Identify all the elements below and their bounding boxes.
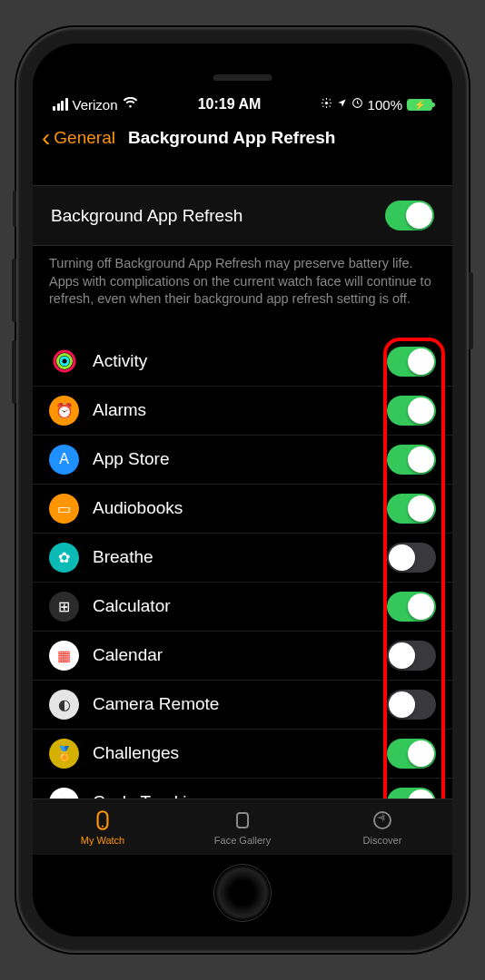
app-store-icon: A <box>49 445 79 475</box>
tab-discover[interactable]: Discover <box>312 799 452 855</box>
app-toggle-cycle-tracking[interactable] <box>387 788 436 799</box>
app-toggle-breathe[interactable] <box>387 543 436 573</box>
cycle-tracking-icon: ◌ <box>49 788 79 799</box>
nav-bar: ‹ General Background App Refresh <box>33 118 452 163</box>
app-label: Breathe <box>93 547 373 567</box>
app-label: Calendar <box>93 645 373 665</box>
carrier-label: Verizon <box>73 97 118 113</box>
tab-label: Discover <box>363 835 402 846</box>
app-toggle-alarms[interactable] <box>387 396 436 426</box>
calendar-icon: ▦ <box>49 641 79 671</box>
app-toggle-audiobooks[interactable] <box>387 494 436 524</box>
tab-my-watch[interactable]: My Watch <box>33 799 173 855</box>
app-row-alarms: ⏰Alarms <box>33 387 452 436</box>
app-label: Camera Remote <box>93 694 373 714</box>
status-icons <box>321 97 362 112</box>
app-row-audiobooks: ▭Audiobooks <box>33 485 452 534</box>
home-button[interactable] <box>213 864 272 922</box>
app-label: Challenges <box>93 743 373 763</box>
app-toggle-app-store[interactable] <box>387 445 436 475</box>
signal-icon <box>53 98 68 111</box>
tab-label: Face Gallery <box>214 835 271 846</box>
app-row-cycle-tracking: ◌Cycle Tracking <box>33 779 452 799</box>
svg-point-0 <box>325 102 328 104</box>
app-toggle-camera-remote[interactable] <box>387 690 436 720</box>
app-label: Audiobooks <box>93 498 373 518</box>
master-toggle[interactable] <box>385 201 434 230</box>
page-title: Background App Refresh <box>128 128 335 148</box>
alarms-icon: ⏰ <box>49 396 79 426</box>
app-label: Cycle Tracking <box>93 792 373 799</box>
battery-icon: ⚡ <box>407 99 432 111</box>
activity-icon <box>49 347 79 377</box>
tab-face-gallery[interactable]: Face Gallery <box>173 799 312 855</box>
app-toggle-calendar[interactable] <box>387 641 436 671</box>
tab-icon <box>91 808 114 832</box>
app-row-breathe: ✿Breathe <box>33 534 452 583</box>
app-row-activity: Activity <box>33 338 452 387</box>
app-label: Activity <box>93 351 373 371</box>
camera-remote-icon: ◐ <box>49 690 79 720</box>
svg-point-4 <box>61 358 68 365</box>
app-label: Calculator <box>93 596 373 616</box>
calculator-icon: ⊞ <box>49 592 79 622</box>
challenges-icon: 🏅 <box>49 739 79 769</box>
phone-frame: Verizon 10:19 AM 100% ⚡ ‹ <box>16 27 469 953</box>
app-toggle-calculator[interactable] <box>387 592 436 622</box>
app-toggle-challenges[interactable] <box>387 739 436 769</box>
back-chevron-icon[interactable]: ‹ <box>42 125 50 151</box>
app-row-camera-remote: ◐Camera Remote <box>33 681 452 730</box>
app-row-calculator: ⊞Calculator <box>33 583 452 632</box>
app-row-challenges: 🏅Challenges <box>33 730 452 779</box>
app-label: Alarms <box>93 400 373 420</box>
svg-point-6 <box>102 825 104 827</box>
tab-label: My Watch <box>81 835 125 846</box>
battery-pct-label: 100% <box>368 97 402 113</box>
app-row-calendar: ▦Calendar <box>33 632 452 681</box>
status-bar: Verizon 10:19 AM 100% ⚡ <box>33 44 452 118</box>
master-toggle-label: Background App Refresh <box>51 206 242 226</box>
description-text: Turning off Background App Refresh may p… <box>33 246 452 316</box>
screen: Verizon 10:19 AM 100% ⚡ ‹ <box>33 44 452 936</box>
content-scroll[interactable]: Background App Refresh Turning off Backg… <box>33 163 452 799</box>
audiobooks-icon: ▭ <box>49 494 79 524</box>
tab-icon <box>232 808 253 832</box>
clock-label: 10:19 AM <box>198 96 262 113</box>
apps-list: Activity⏰AlarmsAApp Store▭Audiobooks✿Bre… <box>33 338 452 799</box>
back-button[interactable]: General <box>54 128 115 148</box>
breathe-icon: ✿ <box>49 543 79 573</box>
tab-icon <box>371 808 393 832</box>
app-toggle-activity[interactable] <box>387 347 436 377</box>
master-toggle-row: Background App Refresh <box>33 185 452 246</box>
app-label: App Store <box>93 449 373 469</box>
app-row-app-store: AApp Store <box>33 436 452 485</box>
svg-rect-7 <box>237 813 248 828</box>
tab-bar: My WatchFace GalleryDiscover <box>33 799 452 855</box>
wifi-icon <box>123 96 138 113</box>
